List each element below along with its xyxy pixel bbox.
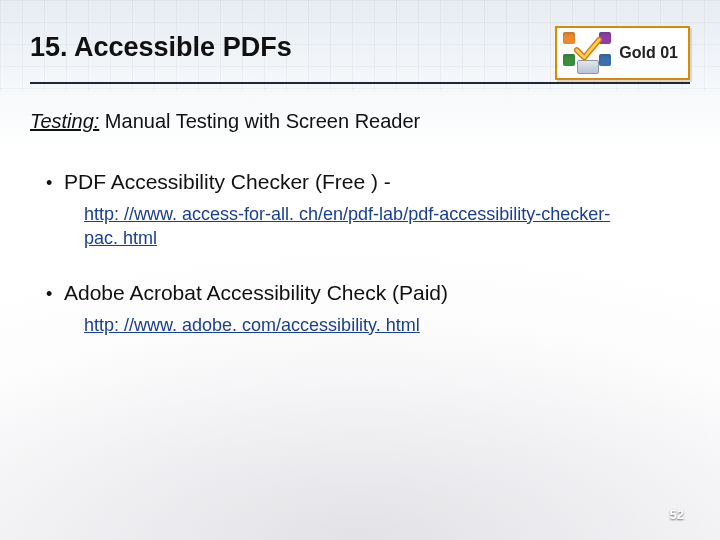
badge-icon	[563, 32, 611, 74]
body: PDF Accessibility Checker (Free ) - http…	[30, 170, 690, 367]
subhead-text: Manual Testing with Screen Reader	[99, 110, 420, 132]
slide: 15. Accessible PDFs Gold 01 Testing: Man…	[0, 0, 720, 540]
header-rule	[30, 82, 690, 84]
bullet-list: PDF Accessibility Checker (Free ) - http…	[30, 170, 690, 337]
list-item: Adobe Acrobat Accessibility Check (Paid)…	[30, 281, 690, 337]
link[interactable]: http: //www. access-for-all. ch/en/pdf-l…	[84, 202, 630, 251]
page-number: 52	[670, 507, 684, 522]
badge-label: Gold 01	[619, 44, 678, 62]
subheading: Testing: Manual Testing with Screen Read…	[30, 110, 420, 133]
page-title: 15. Accessible PDFs	[30, 26, 292, 63]
header: 15. Accessible PDFs Gold 01	[30, 26, 690, 80]
bullet-text: Adobe Acrobat Accessibility Check (Paid)	[64, 281, 448, 304]
list-item: PDF Accessibility Checker (Free ) - http…	[30, 170, 690, 251]
link[interactable]: http: //www. adobe. com/accessibility. h…	[84, 313, 630, 337]
bullet-text: PDF Accessibility Checker (Free ) -	[64, 170, 391, 193]
subhead-label: Testing:	[30, 110, 99, 132]
checkmark-icon	[573, 34, 603, 64]
level-badge: Gold 01	[555, 26, 690, 80]
